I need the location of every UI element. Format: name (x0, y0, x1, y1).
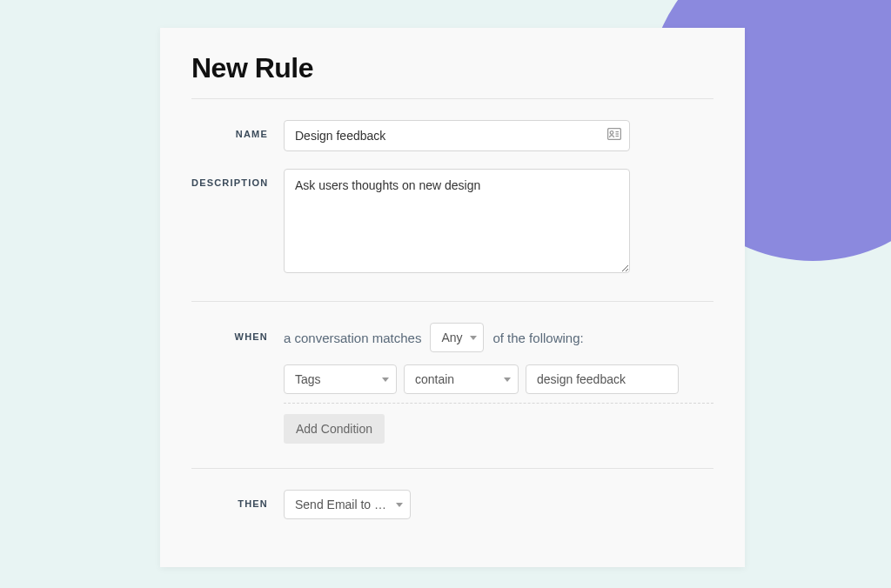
when-match-line: a conversation matches Any of the follow… (284, 323, 713, 352)
condition-field-select[interactable]: Tags (284, 364, 397, 394)
name-input-wrap (284, 120, 630, 151)
condition-row: Tags contain (284, 364, 713, 394)
when-prefix-text: a conversation matches (284, 331, 421, 345)
description-field-area (284, 169, 713, 277)
dashed-divider (284, 403, 713, 404)
condition-operator-value: contain (415, 372, 454, 386)
page-title: New Rule (191, 52, 713, 84)
then-label: THEN (191, 490, 284, 509)
then-row: THEN Send Email to E... (191, 490, 713, 519)
divider (191, 98, 713, 99)
divider (191, 301, 713, 302)
chevron-down-icon (396, 503, 403, 507)
condition-field-value: Tags (295, 372, 321, 386)
name-row: NAME (191, 120, 713, 151)
name-field-area (284, 120, 713, 151)
match-mode-select[interactable]: Any (430, 323, 484, 352)
name-label: NAME (191, 120, 284, 139)
then-field-area: Send Email to E... (284, 490, 713, 519)
when-suffix-text: of the following: (492, 331, 583, 345)
condition-operator-select[interactable]: contain (404, 364, 519, 394)
name-input[interactable] (284, 120, 630, 151)
chevron-down-icon (470, 336, 477, 340)
description-row: DESCRIPTION (191, 169, 713, 277)
then-action-value: Send Email to E... (295, 498, 389, 511)
match-mode-value: Any (441, 331, 462, 344)
condition-value-input[interactable] (526, 364, 679, 394)
chevron-down-icon (504, 378, 511, 382)
when-label: WHEN (191, 323, 284, 342)
then-action-select[interactable]: Send Email to E... (284, 490, 411, 519)
divider (191, 468, 713, 469)
when-field-area: a conversation matches Any of the follow… (284, 323, 713, 444)
when-row: WHEN a conversation matches Any of the f… (191, 323, 713, 444)
chevron-down-icon (382, 378, 389, 382)
description-label: DESCRIPTION (191, 169, 284, 188)
add-condition-button[interactable]: Add Condition (284, 414, 385, 444)
description-input[interactable] (284, 169, 630, 273)
rule-form-card: New Rule NAME DESCRIP (160, 28, 745, 567)
